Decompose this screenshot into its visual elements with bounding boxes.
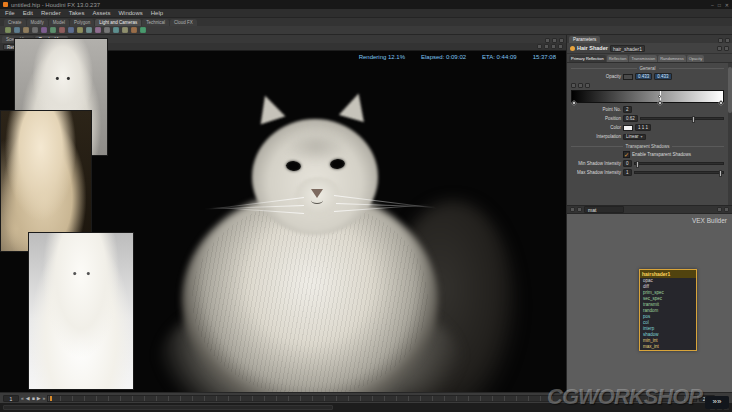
pane-split-icon[interactable] <box>717 207 722 212</box>
shelf-tool-icon[interactable] <box>59 27 65 33</box>
shelf-tab[interactable]: Technical <box>142 19 169 26</box>
point-no-row: Point No. 2 <box>567 105 728 114</box>
opacity-value-2[interactable]: 0.433 <box>654 73 671 80</box>
shelf-tool-icon[interactable] <box>140 27 146 33</box>
node-name-field[interactable]: hair_shader1 <box>610 45 645 52</box>
ramp-marker-dot[interactable] <box>658 95 661 98</box>
pane-menu-icon[interactable] <box>724 207 729 212</box>
network-path-field[interactable]: mat <box>584 206 624 213</box>
parameter-folder-tab[interactable]: Randomness <box>658 55 686 62</box>
gamma-icon[interactable] <box>551 44 556 49</box>
shelf-tab[interactable]: Cloud FX <box>170 19 197 26</box>
nav-forward-icon[interactable] <box>577 207 582 212</box>
parameter-folder-tab[interactable]: Opacity <box>687 55 705 62</box>
position-slider[interactable] <box>640 117 724 120</box>
shelf-tool-icon[interactable] <box>14 27 20 33</box>
ramp-presets-icon[interactable] <box>585 83 590 88</box>
render-toolbar-icons <box>537 44 563 49</box>
snapshot-icon[interactable] <box>537 44 542 49</box>
playhead[interactable] <box>50 396 52 401</box>
color-swatch[interactable] <box>623 125 633 131</box>
transport-button[interactable]: ▶ <box>37 395 41 401</box>
point-no-field[interactable]: 2 <box>623 106 632 113</box>
shelf-tab[interactable]: Create <box>4 19 26 26</box>
gear-icon[interactable] <box>724 46 729 51</box>
position-field[interactable]: 0.62 <box>623 115 638 122</box>
parameters-scrollbar[interactable] <box>728 63 732 205</box>
transport-button[interactable]: ◀ <box>26 395 30 401</box>
timeline[interactable] <box>47 395 697 402</box>
parameter-folder-tab[interactable]: Transmission <box>629 55 657 62</box>
menu-item[interactable]: Windows <box>118 10 142 16</box>
shelf-tool-icon[interactable] <box>23 27 29 33</box>
transport-button[interactable]: « <box>21 395 24 401</box>
menu-item[interactable]: Render <box>41 10 61 16</box>
tab-parameters[interactable]: Parameters <box>569 36 600 43</box>
pane-maximize-icon[interactable] <box>552 38 557 43</box>
shelf-tool-icon[interactable] <box>86 27 92 33</box>
ramp-add-point-icon[interactable] <box>571 83 576 88</box>
minimize-button[interactable]: – <box>711 2 714 8</box>
opacity-ramp[interactable] <box>571 90 724 103</box>
opacity-label: Opacity <box>571 74 621 79</box>
shelf-tool-icon[interactable] <box>131 27 137 33</box>
interpolation-dropdown[interactable]: Linear ▾ <box>623 134 646 140</box>
menu-item[interactable]: Takes <box>69 10 85 16</box>
menu-item[interactable]: File <box>5 10 15 16</box>
cat-ear-left <box>253 92 286 125</box>
vop-node-param: max_int <box>640 344 696 350</box>
shelf-tab[interactable]: Light and Cameras <box>95 19 141 26</box>
shelf-tool-icon[interactable] <box>68 27 74 33</box>
shelf-tool-icon[interactable] <box>50 27 56 33</box>
vop-node-title[interactable]: hairshader1 <box>640 270 696 278</box>
slider-handle[interactable] <box>636 161 639 168</box>
shelf-tool-icon[interactable] <box>5 27 11 33</box>
parameter-folder-tab[interactable]: Reflection <box>607 55 629 62</box>
ramp-remove-point-icon[interactable] <box>578 83 583 88</box>
min-shadow-field[interactable]: 0 <box>623 160 632 167</box>
color-field[interactable]: 1 1 1 <box>635 124 651 131</box>
scrollbar-thumb[interactable] <box>728 67 732 113</box>
pane-menu-icon[interactable] <box>559 38 564 43</box>
transport-button[interactable]: ■ <box>32 395 35 401</box>
menu-item[interactable]: Edit <box>23 10 33 16</box>
node-type-label: Hair Shader <box>577 45 608 51</box>
max-shadow-field[interactable]: 1 <box>623 169 632 176</box>
shelf-tool-icon[interactable] <box>95 27 101 33</box>
parameter-folder-tab[interactable]: Primary Reflection <box>569 55 606 62</box>
opacity-value-1[interactable]: 0.433 <box>635 73 652 80</box>
color-row: Color 1 1 1 <box>567 123 728 132</box>
nav-back-icon[interactable] <box>570 207 575 212</box>
settings-gear-icon[interactable] <box>558 44 563 49</box>
shelf-tool-icon[interactable] <box>41 27 47 33</box>
render-progress: Rendering 12.1% <box>359 54 405 60</box>
enable-shadows-checkbox[interactable]: ✓ <box>623 151 630 158</box>
shelf-tab[interactable]: Polygon <box>70 19 94 26</box>
shelf-tool-icon[interactable] <box>104 27 110 33</box>
parameter-folder-tabs: Primary ReflectionReflectionTransmission… <box>567 54 732 63</box>
menu-item[interactable]: Help <box>151 10 163 16</box>
vop-node-hairshader1[interactable]: hairshader1 opacdiffprim_specsec_spectra… <box>639 269 697 351</box>
region-render-icon[interactable] <box>544 44 549 49</box>
slider-handle[interactable] <box>692 116 695 123</box>
close-button[interactable]: ✕ <box>725 2 729 8</box>
shelf-tool-icon[interactable] <box>113 27 119 33</box>
menu-item[interactable]: Assets <box>92 10 110 16</box>
min-shadow-slider[interactable] <box>634 162 724 165</box>
pane-split-icon[interactable] <box>545 38 550 43</box>
shelf-tool-icon[interactable] <box>77 27 83 33</box>
pin-icon[interactable] <box>717 46 722 51</box>
opacity-swatch[interactable] <box>623 74 633 80</box>
slider-handle[interactable] <box>719 170 722 177</box>
network-editor[interactable]: VEX Builder hairshader1 opacdiffprim_spe… <box>567 214 732 392</box>
interpolation-label: Interpolation <box>571 134 621 139</box>
transport-button[interactable]: » <box>43 395 46 401</box>
shelf-tool-icon[interactable] <box>122 27 128 33</box>
maximize-button[interactable]: □ <box>718 2 721 8</box>
shelf-tool-icon[interactable] <box>32 27 38 33</box>
shelf-tab[interactable]: Model <box>49 19 69 26</box>
shelf-tab[interactable]: Modify <box>27 19 48 26</box>
current-frame-field[interactable]: 1 <box>3 395 19 402</box>
reference-photo-cream-cat <box>0 110 92 252</box>
max-shadow-slider[interactable] <box>634 171 724 174</box>
